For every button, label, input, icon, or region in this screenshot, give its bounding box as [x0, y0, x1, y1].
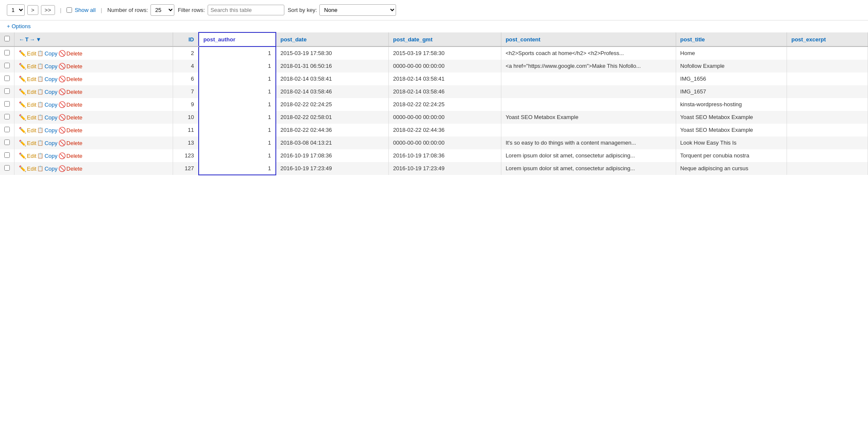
page-select[interactable]: 1: [7, 4, 25, 16]
row-id: 10: [173, 111, 199, 124]
row-actions-cell: ✏️ Edit 📋 Copy 🚫 Delete: [14, 137, 173, 149]
th-id-link[interactable]: ID: [188, 36, 194, 43]
copy-button[interactable]: Copy: [44, 114, 57, 121]
delete-button[interactable]: Delete: [67, 127, 83, 134]
row-post-excerpt: [787, 162, 868, 175]
row-actions-cell: ✏️ Edit 📋 Copy 🚫 Delete: [14, 47, 173, 60]
sort-desc-icon[interactable]: ▼: [36, 36, 41, 43]
copy-icon: 📋: [37, 166, 43, 171]
th-post-excerpt-link[interactable]: post_excerpt: [791, 36, 826, 43]
copy-icon: 📋: [37, 63, 43, 69]
table-row: ✏️ Edit 📋 Copy 🚫 Delete 712018-02-14 03:…: [0, 85, 868, 98]
copy-button[interactable]: Copy: [44, 140, 57, 146]
pagination-group: 1 > >>: [7, 4, 55, 16]
edit-button[interactable]: Edit: [27, 166, 36, 172]
th-post-excerpt[interactable]: post_excerpt: [787, 32, 868, 47]
th-post-date-gmt[interactable]: post_date_gmt: [389, 32, 501, 47]
copy-button[interactable]: Copy: [44, 63, 57, 70]
th-id[interactable]: ID: [173, 32, 199, 47]
row-checkbox[interactable]: [4, 63, 10, 68]
row-checkbox[interactable]: [4, 101, 10, 107]
copy-button[interactable]: Copy: [44, 166, 57, 172]
edit-button[interactable]: Edit: [27, 127, 36, 134]
th-post-author-label: post_author: [203, 36, 235, 43]
edit-button[interactable]: Edit: [27, 102, 36, 108]
arrow-right-icon[interactable]: →: [29, 36, 35, 43]
th-post-date[interactable]: post_date: [276, 32, 389, 47]
delete-button[interactable]: Delete: [67, 89, 83, 95]
row-actions-cell: ✏️ Edit 📋 Copy 🚫 Delete: [14, 124, 173, 137]
edit-button[interactable]: Edit: [27, 50, 36, 57]
options-toggle[interactable]: + Options: [0, 20, 868, 32]
delete-button[interactable]: Delete: [67, 166, 83, 172]
th-post-title[interactable]: post_title: [676, 32, 787, 47]
row-post-author: 1: [199, 98, 276, 111]
row-checkbox-cell: [0, 162, 14, 175]
row-checkbox[interactable]: [4, 165, 10, 171]
copy-button[interactable]: Copy: [44, 127, 57, 134]
delete-button[interactable]: Delete: [67, 114, 83, 121]
row-checkbox-cell: [0, 124, 14, 137]
row-checkbox[interactable]: [4, 140, 10, 145]
row-post-date: 2018-02-22 02:58:01: [276, 111, 389, 124]
copy-button[interactable]: Copy: [44, 50, 57, 57]
row-checkbox[interactable]: [4, 152, 10, 158]
arrow-left-icon[interactable]: ←: [19, 36, 24, 43]
delete-button[interactable]: Delete: [67, 50, 83, 57]
row-id: 4: [173, 60, 199, 73]
edit-button[interactable]: Edit: [27, 153, 36, 159]
row-checkbox[interactable]: [4, 50, 10, 55]
delete-button[interactable]: Delete: [67, 102, 83, 108]
th-post-author[interactable]: post_author: [199, 32, 276, 47]
column-resize-icon[interactable]: T: [25, 36, 29, 43]
delete-button[interactable]: Delete: [67, 153, 83, 159]
row-post-date-gmt: 2018-02-22 02:24:25: [389, 98, 501, 111]
row-post-date: 2018-02-22 02:24:25: [276, 98, 389, 111]
row-post-date: 2018-02-14 03:58:41: [276, 73, 389, 85]
th-post-date-link[interactable]: post_date: [281, 36, 307, 43]
row-id: 13: [173, 137, 199, 149]
edit-button[interactable]: Edit: [27, 89, 36, 95]
copy-button[interactable]: Copy: [44, 76, 57, 82]
row-post-title: IMG_1657: [676, 85, 787, 98]
row-checkbox[interactable]: [4, 76, 10, 81]
row-post-title: IMG_1656: [676, 73, 787, 85]
row-post-title: Yoast SEO Metabox Example: [676, 124, 787, 137]
th-post-title-link[interactable]: post_title: [680, 36, 705, 43]
copy-button[interactable]: Copy: [44, 153, 57, 159]
edit-button[interactable]: Edit: [27, 140, 36, 146]
rows-select[interactable]: 25 10 50 100: [150, 4, 174, 16]
delete-icon: 🚫: [58, 88, 66, 95]
select-all-checkbox[interactable]: [4, 36, 10, 41]
row-post-date: 2016-10-19 17:08:36: [276, 149, 389, 162]
table-row: ✏️ Edit 📋 Copy 🚫 Delete 12712016-10-19 1…: [0, 162, 868, 175]
edit-button[interactable]: Edit: [27, 63, 36, 70]
th-post-content[interactable]: post_content: [501, 32, 676, 47]
row-actions-cell: ✏️ Edit 📋 Copy 🚫 Delete: [14, 85, 173, 98]
sort-label: Sort by key:: [288, 7, 317, 13]
next-page-button[interactable]: >: [27, 5, 38, 15]
row-id: 9: [173, 98, 199, 111]
last-page-button[interactable]: >>: [41, 5, 55, 15]
copy-button[interactable]: Copy: [44, 102, 57, 108]
sort-select[interactable]: None ID post_author post_date post_date_…: [319, 4, 396, 16]
copy-button[interactable]: Copy: [44, 89, 57, 95]
th-post-date-gmt-link[interactable]: post_date_gmt: [393, 36, 432, 43]
row-checkbox[interactable]: [4, 114, 10, 119]
delete-button[interactable]: Delete: [67, 140, 83, 146]
delete-button[interactable]: Delete: [67, 76, 83, 82]
row-checkbox[interactable]: [4, 127, 10, 132]
edit-button[interactable]: Edit: [27, 114, 36, 121]
delete-button[interactable]: Delete: [67, 63, 83, 70]
row-post-content: [501, 85, 676, 98]
search-input[interactable]: [208, 5, 284, 15]
edit-button[interactable]: Edit: [27, 76, 36, 82]
row-post-author: 1: [199, 162, 276, 175]
table-row: ✏️ Edit 📋 Copy 🚫 Delete 612018-02-14 03:…: [0, 73, 868, 85]
delete-icon: 🚫: [58, 127, 66, 134]
edit-icon: ✏️: [19, 50, 26, 57]
show-all-label[interactable]: Show all: [75, 7, 95, 13]
th-post-content-link[interactable]: post_content: [506, 36, 541, 43]
row-checkbox[interactable]: [4, 88, 10, 94]
show-all-checkbox[interactable]: [67, 7, 72, 13]
